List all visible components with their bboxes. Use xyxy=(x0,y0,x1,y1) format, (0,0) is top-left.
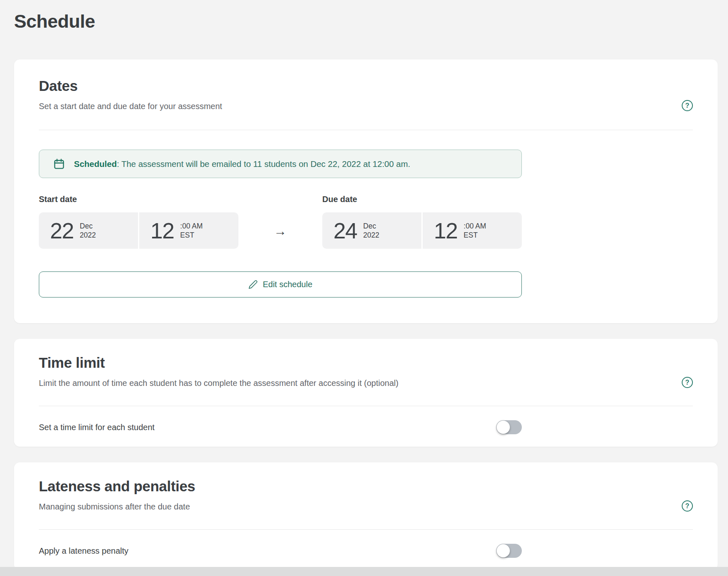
lateness-toggle-row: Apply a lateness penalty xyxy=(39,530,522,570)
lateness-header: Lateness and penalties Managing submissi… xyxy=(39,478,693,512)
arrow-right-icon: → xyxy=(238,222,322,239)
lateness-toggle-label: Apply a lateness penalty xyxy=(39,546,128,556)
start-timezone: EST xyxy=(180,231,202,240)
edit-schedule-button[interactable]: Edit schedule xyxy=(39,271,522,298)
help-icon[interactable]: ? xyxy=(682,500,693,512)
divider xyxy=(39,130,693,130)
due-date-label: Due date xyxy=(322,195,522,204)
scheduled-banner-message: : The assessment will be emailed to 11 s… xyxy=(117,159,410,169)
help-icon[interactable]: ? xyxy=(682,100,693,111)
due-month: Dec xyxy=(363,221,379,231)
dates-title: Dates xyxy=(39,78,222,94)
lateness-titles: Lateness and penalties Managing submissi… xyxy=(39,478,195,512)
pencil-icon xyxy=(248,280,258,289)
scheduled-banner-label: Scheduled xyxy=(74,159,117,169)
scheduled-banner: Scheduled: The assessment will be emaile… xyxy=(39,150,522,178)
dates-subtitle: Set a start date and due date for your a… xyxy=(39,101,222,112)
dates-card-titles: Dates Set a start date and due date for … xyxy=(39,78,222,112)
time-limit-subtitle: Limit the amount of time each student ha… xyxy=(39,378,398,388)
due-day: 24 xyxy=(333,218,357,243)
page-title: Schedule xyxy=(14,11,718,32)
scheduled-banner-text: Scheduled: The assessment will be emaile… xyxy=(74,159,410,169)
due-hour: 12 xyxy=(434,218,457,243)
due-timezone: EST xyxy=(464,231,486,240)
due-date-picker[interactable]: 24 Dec 2022 xyxy=(322,212,421,249)
start-year: 2022 xyxy=(80,231,96,240)
lateness-card: Lateness and penalties Managing submissi… xyxy=(14,462,718,570)
help-icon[interactable]: ? xyxy=(682,377,693,388)
time-limit-titles: Time limit Limit the amount of time each… xyxy=(39,355,398,388)
due-time-picker[interactable]: 12 :00 AM EST xyxy=(423,212,522,249)
start-month: Dec xyxy=(80,221,96,231)
start-minutes-ampm: :00 AM xyxy=(180,221,202,231)
page-bottom-strip xyxy=(0,567,728,576)
due-minutes-ampm: :00 AM xyxy=(464,221,486,231)
due-date-group: 24 Dec 2022 12 :00 AM EST xyxy=(322,212,522,249)
time-limit-header: Time limit Limit the amount of time each… xyxy=(39,355,693,388)
start-time-picker[interactable]: 12 :00 AM EST xyxy=(139,212,238,249)
time-limit-title: Time limit xyxy=(39,355,398,371)
dates-card-header: Dates Set a start date and due date for … xyxy=(39,78,693,112)
due-year: 2022 xyxy=(363,231,379,240)
time-limit-card: Time limit Limit the amount of time each… xyxy=(14,339,718,447)
start-date-group: 22 Dec 2022 12 :00 AM EST xyxy=(39,212,238,249)
schedule-page: Schedule Dates Set a start date and due … xyxy=(0,0,728,570)
start-day: 22 xyxy=(50,218,74,243)
time-limit-toggle[interactable] xyxy=(496,420,522,434)
lateness-toggle[interactable] xyxy=(496,544,522,558)
toggle-knob xyxy=(497,544,510,557)
dates-grid: Start date Due date 22 Dec 2022 12 :00 A… xyxy=(39,195,693,249)
toggle-knob xyxy=(497,421,510,434)
start-hour: 12 xyxy=(150,218,174,243)
edit-schedule-label: Edit schedule xyxy=(263,280,312,289)
start-date-picker[interactable]: 22 Dec 2022 xyxy=(39,212,138,249)
start-date-label: Start date xyxy=(39,195,238,204)
time-limit-toggle-label: Set a time limit for each student xyxy=(39,423,155,432)
calendar-icon xyxy=(53,158,65,170)
time-limit-toggle-row: Set a time limit for each student xyxy=(39,406,522,447)
lateness-title: Lateness and penalties xyxy=(39,478,195,495)
lateness-subtitle: Managing submissions after the due date xyxy=(39,501,195,512)
dates-card: Dates Set a start date and due date for … xyxy=(14,60,718,323)
